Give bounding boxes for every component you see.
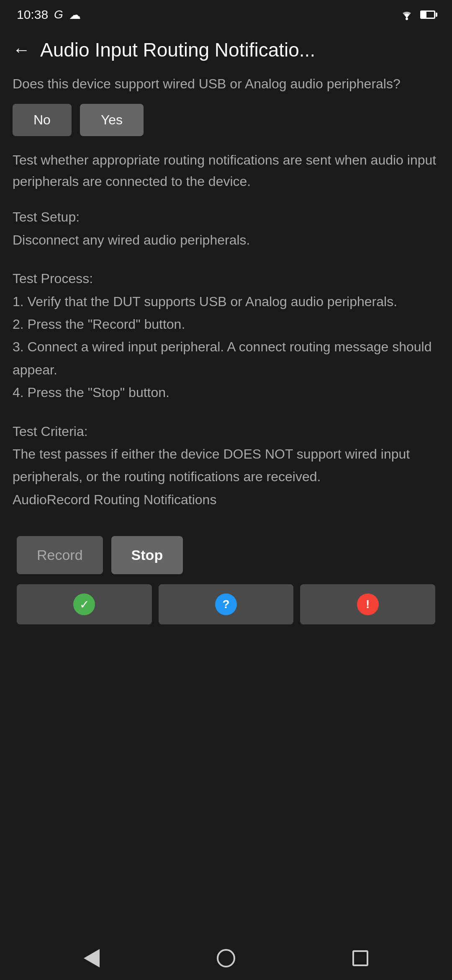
test-process-step3: 3. Connect a wired input peripheral. A c… <box>13 339 432 377</box>
cloud-icon: ☁ <box>69 8 81 22</box>
pass-button[interactable]: ✓ <box>17 584 152 624</box>
pass-icon: ✓ <box>73 593 95 615</box>
question-icon: ? <box>215 593 237 615</box>
recents-nav-icon <box>352 950 368 966</box>
time-display: 10:38 <box>17 8 48 22</box>
fail-icon: ! <box>357 593 379 615</box>
question-text: Does this device support wired USB or An… <box>13 74 439 94</box>
stop-button[interactable]: Stop <box>111 536 183 574</box>
test-process-step2: 2. Press the "Record" button. <box>13 317 185 332</box>
fail-button[interactable]: ! <box>300 584 435 624</box>
record-button[interactable]: Record <box>17 536 103 574</box>
test-criteria-name: AudioRecord Routing Notifications <box>13 492 216 507</box>
wifi-icon <box>399 9 414 21</box>
description-text: Test whether appropriate routing notific… <box>13 150 439 192</box>
yes-button[interactable]: Yes <box>80 104 144 136</box>
home-nav-icon <box>217 949 235 967</box>
test-criteria-title: Test Criteria: <box>13 424 88 439</box>
google-icon: G <box>54 8 63 21</box>
nav-bar <box>0 936 452 980</box>
status-bar: 10:38 G ☁ <box>0 0 452 26</box>
back-button[interactable]: ← <box>13 41 30 59</box>
test-process-title: Test Process: <box>13 271 93 286</box>
recents-nav-button[interactable] <box>352 950 368 966</box>
battery-icon <box>420 10 435 19</box>
back-nav-button[interactable] <box>84 949 100 967</box>
test-setup-body: Disconnect any wired audio peripherals. <box>13 232 250 248</box>
back-nav-icon <box>84 949 100 967</box>
status-right <box>399 9 435 21</box>
no-button[interactable]: No <box>13 104 72 136</box>
question-button[interactable]: ? <box>159 584 294 624</box>
test-setup-section: Test Setup: Disconnect any wired audio p… <box>13 206 439 251</box>
header: ← Audio Input Routing Notificatio... <box>0 26 452 70</box>
test-process-step4: 4. Press the "Stop" button. <box>13 385 170 400</box>
page-title: Audio Input Routing Notificatio... <box>40 39 315 61</box>
home-nav-button[interactable] <box>217 949 235 967</box>
test-criteria-body: The test passes if either the device DOE… <box>13 446 410 484</box>
content-area: Does this device support wired USB or An… <box>0 70 452 980</box>
test-criteria-section: Test Criteria: The test passes if either… <box>13 420 439 511</box>
test-setup-title: Test Setup: <box>13 209 80 224</box>
yes-no-buttons: No Yes <box>13 104 439 136</box>
result-buttons: ✓ ? ! <box>13 584 439 624</box>
status-left: 10:38 G ☁ <box>17 8 81 22</box>
test-process-step1: 1. Verify that the DUT supports USB or A… <box>13 294 397 309</box>
svg-point-0 <box>406 18 408 20</box>
test-process-section: Test Process: 1. Verify that the DUT sup… <box>13 267 439 404</box>
action-buttons: Record Stop <box>13 536 439 574</box>
